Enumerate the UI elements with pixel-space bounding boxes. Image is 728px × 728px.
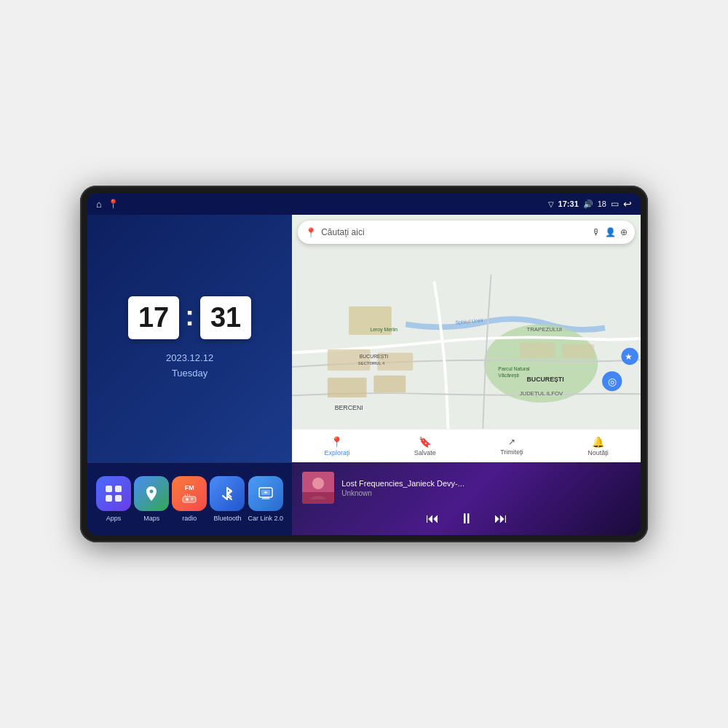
clock-colon: :: [185, 301, 194, 332]
clock-widget: 17 : 31 2023.12.12 Tuesday: [87, 215, 292, 462]
maps-icon[interactable]: 📍: [108, 199, 119, 209]
map-nav-saved[interactable]: 🔖 Salvate: [414, 436, 436, 456]
bluetooth-label: Bluetooth: [213, 515, 241, 522]
home-icon[interactable]: ⌂: [96, 199, 102, 210]
svg-rect-3: [115, 495, 122, 502]
svg-text:◎: ◎: [608, 376, 617, 387]
app-item-bluetooth[interactable]: Bluetooth: [210, 476, 245, 522]
volume-level: 18: [598, 199, 606, 208]
maps-icon-btn: [134, 476, 169, 511]
clock-hour: 17: [128, 296, 179, 339]
svg-rect-39: [302, 492, 334, 504]
app-item-apps[interactable]: Apps: [96, 476, 131, 522]
svg-rect-15: [328, 349, 371, 371]
svg-rect-8: [187, 494, 188, 496]
news-icon: 🔔: [592, 436, 604, 448]
next-button[interactable]: ⏭: [494, 512, 507, 525]
explore-icon: 📍: [331, 436, 343, 448]
map-search-text[interactable]: Căutați aici: [321, 227, 587, 237]
battery-icon: ▭: [611, 199, 619, 209]
music-thumbnail: [302, 472, 334, 504]
radio-label: radio: [182, 515, 197, 522]
map-search-icons: 🎙 👤 ⊕: [592, 227, 628, 237]
status-bar-left: ⌂ 📍: [96, 199, 119, 210]
svg-text:JUDEȚUL ILFOV: JUDEȚUL ILFOV: [520, 390, 563, 397]
svg-rect-7: [191, 499, 193, 500]
app-item-maps[interactable]: Maps: [134, 476, 169, 522]
svg-rect-9: [185, 494, 186, 496]
svg-text:BUCUREȘTI: BUCUREȘTI: [527, 376, 564, 383]
apps-row: Apps Maps FM: [87, 462, 292, 535]
svg-text:Leroy Merlin: Leroy Merlin: [371, 327, 398, 333]
volume-icon: 🔊: [583, 199, 593, 209]
apps-icon: [96, 476, 131, 511]
maps-label: Maps: [143, 515, 159, 522]
share-icon: ↗: [508, 437, 515, 447]
map-nav-news[interactable]: 🔔 Noutăți: [587, 436, 609, 456]
mic-icon[interactable]: 🎙: [592, 227, 601, 237]
svg-rect-6: [191, 498, 194, 499]
app-item-carlink[interactable]: Car Link 2.0: [248, 476, 284, 522]
svg-rect-19: [520, 342, 555, 357]
svg-text:SECTORUL 4: SECTORUL 4: [358, 361, 385, 365]
svg-rect-20: [562, 344, 594, 359]
music-title: Lost Frequencies_Janieck Devy-...: [341, 479, 630, 488]
status-bar: ⌂ 📍 ▽ 17:31 🔊 18 ▭ ↩: [87, 193, 641, 215]
map-svg: TRAPEZULUI BUCUREȘTI JUDEȚUL ILFOV BERCE…: [292, 215, 641, 462]
carlink-icon-btn: [248, 476, 283, 511]
clock-date: 2023.12.12 Tuesday: [166, 351, 213, 381]
signal-icon: ▽: [548, 200, 554, 208]
svg-rect-10: [189, 494, 190, 496]
news-label: Noutăți: [587, 449, 609, 456]
right-panel: TRAPEZULUI BUCUREȘTI JUDEȚUL ILFOV BERCE…: [292, 215, 641, 535]
music-player: Lost Frequencies_Janieck Devy-... Unknow…: [292, 462, 641, 535]
status-time: 17:31: [558, 199, 579, 208]
google-pin-icon: 📍: [305, 227, 317, 238]
map-area[interactable]: TRAPEZULUI BUCUREȘTI JUDEȚUL ILFOV BERCE…: [292, 215, 641, 462]
layers-icon[interactable]: ⊕: [620, 227, 628, 237]
main-content: 17 : 31 2023.12.12 Tuesday: [87, 215, 641, 535]
account-icon[interactable]: 👤: [605, 227, 616, 237]
device-frame: ⌂ 📍 ▽ 17:31 🔊 18 ▭ ↩ 17 :: [80, 186, 648, 542]
svg-text:TRAPEZULUI: TRAPEZULUI: [527, 326, 563, 333]
app-item-radio[interactable]: FM radio: [172, 476, 207, 522]
status-bar-right: ▽ 17:31 🔊 18 ▭ ↩: [548, 198, 632, 210]
music-controls: ⏮ ⏸ ⏭: [302, 511, 630, 526]
clock-display: 17 : 31: [128, 296, 251, 339]
clock-minute: 31: [200, 296, 251, 339]
music-details: Lost Frequencies_Janieck Devy-... Unknow…: [341, 479, 630, 497]
svg-point-38: [312, 478, 324, 489]
svg-text:Parcul Natural: Parcul Natural: [499, 366, 531, 371]
play-pause-button[interactable]: ⏸: [459, 511, 474, 526]
svg-text:Văcărești: Văcărești: [499, 373, 520, 379]
map-nav-explore[interactable]: 📍 Explorați: [324, 436, 349, 456]
device-screen: ⌂ 📍 ▽ 17:31 🔊 18 ▭ ↩ 17 :: [87, 193, 641, 535]
svg-rect-4: [183, 496, 196, 502]
map-nav-bar: 📍 Explorați 🔖 Salvate ↗ Trimiteți 🔔: [292, 429, 641, 462]
saved-label: Salvate: [414, 449, 436, 456]
prev-button[interactable]: ⏮: [426, 512, 439, 525]
saved-icon: 🔖: [419, 436, 431, 448]
svg-rect-1: [115, 486, 122, 492]
map-nav-share[interactable]: ↗ Trimiteți: [500, 437, 523, 456]
svg-text:BUCUREȘTI: BUCUREȘTI: [360, 354, 389, 360]
radio-icon-btn: FM: [172, 476, 207, 511]
back-icon[interactable]: ↩: [623, 198, 632, 210]
bluetooth-icon-btn: [210, 476, 245, 511]
svg-rect-17: [328, 378, 367, 397]
svg-text:★: ★: [625, 352, 633, 361]
svg-point-5: [186, 498, 189, 501]
share-label: Trimiteți: [500, 448, 523, 456]
explore-label: Explorați: [324, 449, 349, 456]
svg-rect-0: [106, 486, 112, 492]
apps-label: Apps: [106, 515, 122, 522]
svg-rect-18: [374, 376, 406, 392]
music-info: Lost Frequencies_Janieck Devy-... Unknow…: [302, 472, 630, 504]
carlink-label: Car Link 2.0: [248, 515, 284, 522]
left-panel: 17 : 31 2023.12.12 Tuesday: [87, 215, 292, 535]
music-artist: Unknown: [341, 489, 630, 497]
svg-text:BERCENI: BERCENI: [335, 404, 363, 411]
map-search-bar[interactable]: 📍 Căutați aici 🎙 👤 ⊕: [298, 221, 635, 244]
svg-rect-2: [106, 495, 112, 502]
